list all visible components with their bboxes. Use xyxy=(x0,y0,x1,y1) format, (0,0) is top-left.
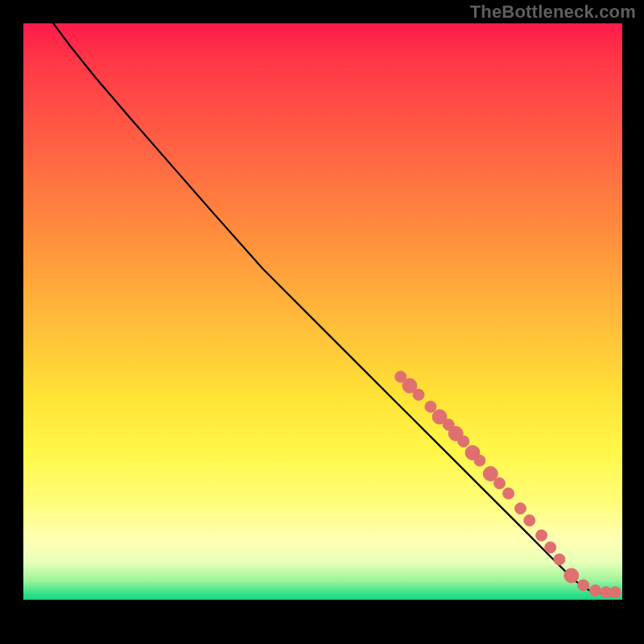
data-point xyxy=(578,580,589,591)
data-point xyxy=(536,530,547,541)
data-point xyxy=(458,436,469,447)
data-point xyxy=(554,554,565,565)
chart-frame: TheBottleneck.com xyxy=(0,0,644,644)
data-point xyxy=(515,503,526,514)
data-point xyxy=(474,455,485,466)
watermark-text: TheBottleneck.com xyxy=(470,2,636,23)
data-point xyxy=(590,585,601,597)
bottleneck-curve xyxy=(53,23,616,593)
chart-svg xyxy=(23,23,622,622)
data-point xyxy=(524,515,535,526)
data-point xyxy=(503,488,514,499)
data-point xyxy=(413,389,424,400)
data-point xyxy=(545,542,556,553)
data-point xyxy=(609,587,621,598)
marker-layer xyxy=(395,371,621,598)
data-point xyxy=(425,401,436,412)
data-point xyxy=(564,568,579,583)
data-point xyxy=(494,477,506,489)
